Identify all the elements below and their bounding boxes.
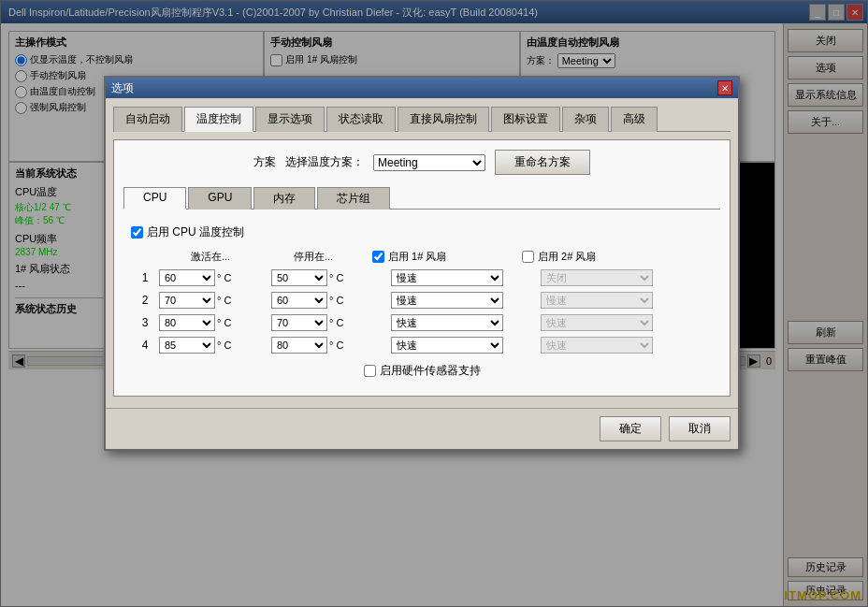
activate-group-1: 606570 ° C [159,269,271,286]
scheme-select-label: 选择温度方案： [285,154,364,170]
fan1-header-label: 启用 1# 风扇 [388,250,446,264]
dialog-title: 选项 [111,80,134,96]
table-row: 4 859095 ° C 808590 ° C [131,337,713,354]
deactivate-group-1: 505560 ° C [271,269,383,286]
tab-display-options[interactable]: 显示选项 [255,107,325,132]
level-3: 3 [131,316,159,329]
fan2-speed-select-4[interactable]: 快速慢速关闭 [541,337,653,354]
deactivate-select-2[interactable]: 606570 [271,292,327,309]
activate-select-3[interactable]: 808590 [159,314,215,331]
fan2-speed-select-1[interactable]: 关闭慢速快速 [541,269,653,286]
fan1-speed-group-3: 快速慢速关闭 [383,314,533,331]
fan1-speed-group-2: 慢速快速关闭 [383,292,533,309]
main-window: Dell Inspiron/Latitude/Precision风扇控制程序V3… [0,0,868,607]
main-tab-bar: 自动启动 温度控制 显示选项 状态读取 直接风扇控制 图标设置 杂项 高级 [113,106,731,132]
tab-icon-settings[interactable]: 图标设置 [491,107,560,132]
deactivate-select-3[interactable]: 707580 [271,314,327,331]
fan1-enable-checkbox[interactable] [372,251,384,263]
activate-select-2[interactable]: 707580 [159,292,215,309]
fan-headers: 激活在... 停用在... 启用 1# 风扇 启用 2# 风扇 [131,250,713,264]
dialog-footer: 确定 取消 [106,408,738,449]
dialog-title-bar: 选项 ✕ [106,78,738,98]
scheme-row: 方案 选择温度方案： Meeting 重命名方案 [123,150,720,175]
fan2-header-label: 启用 2# 风扇 [538,250,596,264]
table-row: 3 808590 ° C 707580 ° C [131,314,713,331]
scheme-section-label: 方案 [253,154,276,170]
tab-advanced[interactable]: 高级 [611,107,658,132]
cpu-enable-row: 启用 CPU 温度控制 [131,224,713,240]
activate-group-2: 707580 ° C [159,292,271,309]
fan1-speed-group-1: 慢速快速关闭 [383,269,533,286]
deactivate-select-4[interactable]: 808590 [271,337,327,354]
inner-tab-chipset[interactable]: 芯片组 [317,187,390,210]
fan2-speed-select-2[interactable]: 慢速关闭快速 [541,292,653,309]
fan2-speed-group-3: 快速慢速关闭 [533,314,683,331]
hardware-sensor-label: 启用硬件传感器支持 [380,363,481,379]
activate-group-3: 808590 ° C [159,314,271,331]
fan2-header: 启用 2# 风扇 [514,250,664,264]
fan1-speed-select-2[interactable]: 慢速快速关闭 [391,292,503,309]
cancel-btn[interactable]: 取消 [669,416,731,441]
table-row: 1 606570 ° C 505560 ° C [131,269,713,286]
col-header-deactivate: 停用在... [262,250,365,264]
activate-select-4[interactable]: 859095 [159,337,215,354]
fan1-speed-select-4[interactable]: 快速慢速关闭 [391,337,503,354]
tab-temp-control[interactable]: 温度控制 [184,107,253,132]
fan1-speed-select-1[interactable]: 慢速快速关闭 [391,269,503,286]
cpu-enable-label: 启用 CPU 温度控制 [147,224,244,240]
tab-direct-fan[interactable]: 直接风扇控制 [398,107,489,132]
deactivate-group-3: 707580 ° C [271,314,383,331]
deactivate-group-2: 606570 ° C [271,292,383,309]
dialog-close-btn[interactable]: ✕ [717,80,732,95]
fan2-enable-checkbox[interactable] [522,251,534,263]
fan1-speed-select-3[interactable]: 快速慢速关闭 [391,314,503,331]
level-1: 1 [131,271,159,284]
activate-group-4: 859095 ° C [159,337,271,354]
tab-status-read[interactable]: 状态读取 [326,107,396,132]
hardware-sensor-row: 启用硬件传感器支持 [131,363,713,379]
inner-tab-cpu[interactable]: CPU [123,187,186,210]
cpu-tab-content: 启用 CPU 温度控制 激活在... 停用在... 启用 1# 风扇 [123,217,720,386]
table-row: 2 707580 ° C 606570 ° C [131,292,713,309]
inner-tab-gpu[interactable]: GPU [188,187,252,210]
cpu-enable-checkbox[interactable] [131,226,143,238]
deactivate-group-4: 808590 ° C [271,337,383,354]
fan2-speed-group-1: 关闭慢速快速 [533,269,683,286]
level-2: 2 [131,294,159,307]
inner-tab-bar: CPU GPU 内存 芯片组 [123,186,720,210]
ok-btn[interactable]: 确定 [600,416,661,441]
scheme-select[interactable]: Meeting [373,154,485,171]
fan1-speed-group-4: 快速慢速关闭 [383,337,533,354]
content-panel: 方案 选择温度方案： Meeting 重命名方案 CPU GPU 内存 芯片组 [113,139,731,397]
rename-scheme-btn[interactable]: 重命名方案 [495,150,590,175]
inner-tab-ram[interactable]: 内存 [253,187,315,210]
deactivate-select-1[interactable]: 505560 [271,269,327,286]
hardware-sensor-checkbox[interactable] [364,365,376,377]
tab-misc[interactable]: 杂项 [562,107,609,132]
activate-select-1[interactable]: 606570 [159,269,215,286]
options-dialog: 选项 ✕ 自动启动 温度控制 显示选项 状态读取 直接风扇控制 图标设置 杂项 … [104,76,740,451]
fan1-header: 启用 1# 风扇 [365,250,514,264]
dialog-body: 自动启动 温度控制 显示选项 状态读取 直接风扇控制 图标设置 杂项 高级 方案… [106,98,738,404]
tab-auto-start[interactable]: 自动启动 [113,107,182,132]
fan2-speed-group-2: 慢速关闭快速 [533,292,683,309]
col-header-activate: 激活在... [159,250,262,264]
fan2-speed-group-4: 快速慢速关闭 [533,337,683,354]
fan2-speed-select-3[interactable]: 快速慢速关闭 [541,314,653,331]
level-4: 4 [131,339,159,352]
